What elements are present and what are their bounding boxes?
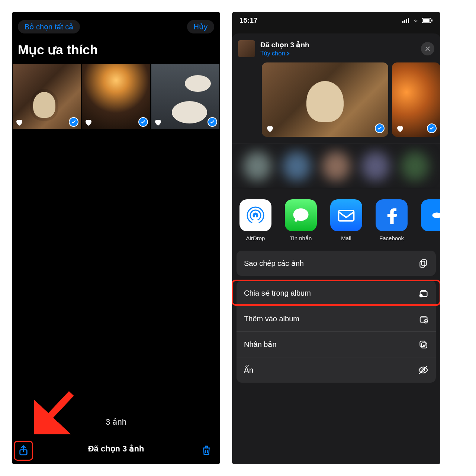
app-label: Mail: [330, 235, 362, 241]
status-bar: 15:17: [232, 12, 440, 28]
wifi-icon: [412, 18, 419, 23]
svg-rect-3: [404, 20, 405, 23]
svg-rect-2: [402, 21, 403, 23]
checkmark-icon: [138, 117, 148, 127]
mail-icon: [330, 199, 362, 231]
arrow-pointer-icon: [34, 390, 79, 434]
top-actions: Bỏ chọn tất cả Hủy: [12, 12, 220, 36]
sheet-header: Đã chọn 3 ảnh Tùy chọn: [232, 33, 440, 62]
more-app-icon: [421, 199, 440, 231]
app-label: Tin nhắn: [285, 235, 317, 242]
airdrop-icon: [239, 199, 271, 231]
cancel-button[interactable]: Hủy: [187, 20, 214, 33]
duplicate-icon: [418, 339, 428, 350]
shared-album-icon: [418, 288, 428, 298]
svg-rect-15: [420, 261, 425, 267]
app-airdrop[interactable]: AirDrop: [239, 199, 271, 242]
delete-button[interactable]: [199, 443, 213, 457]
status-icons: [402, 18, 433, 23]
copy-icon: [418, 258, 428, 268]
app-more[interactable]: [421, 199, 440, 242]
contacts-row[interactable]: [232, 144, 440, 188]
deselect-all-button[interactable]: Bỏ chọn tất cả: [18, 20, 80, 33]
checkmark-icon: [427, 123, 437, 133]
svg-rect-14: [422, 260, 427, 266]
sheet-thumbnail: [238, 40, 255, 57]
svg-rect-4: [406, 19, 407, 23]
action-add-to-album[interactable]: Thêm vào album: [237, 306, 436, 332]
svg-point-18: [421, 295, 422, 296]
photo-grid: [12, 64, 220, 129]
photo-thumbnail[interactable]: [151, 64, 219, 129]
app-label: AirDrop: [239, 235, 271, 241]
app-facebook[interactable]: Facebook: [376, 199, 408, 242]
page-title: Mục ưa thích: [12, 36, 220, 64]
share-button[interactable]: [16, 443, 30, 457]
action-duplicate[interactable]: Nhân bản: [237, 332, 436, 357]
close-button[interactable]: [421, 42, 434, 55]
apps-row: AirDrop Tin nhắn Mail Facebook: [232, 188, 440, 251]
share-sheet-screen: 15:17 Đã chọn 3 ảnh Tùy chọn: [232, 12, 440, 464]
heart-icon: [154, 118, 163, 127]
actions-list: Sao chép các ảnh Chia sẻ trong album Thê…: [232, 251, 440, 383]
photo-count-label: 3 ảnh: [18, 417, 214, 427]
facebook-icon: [376, 199, 408, 231]
svg-rect-13: [338, 210, 354, 221]
checkmark-icon: [69, 117, 78, 127]
svg-rect-8: [431, 19, 432, 22]
chevron-right-icon: [286, 51, 290, 56]
action-hide[interactable]: Ẩn: [237, 357, 436, 383]
preview-photo[interactable]: [392, 62, 440, 137]
heart-icon: [396, 124, 405, 133]
app-mail[interactable]: Mail: [330, 199, 362, 242]
selected-count-label: Đã chọn 3 ảnh: [18, 444, 214, 454]
checkmark-icon: [375, 123, 385, 133]
app-messages[interactable]: Tin nhắn: [285, 199, 317, 242]
svg-rect-5: [408, 18, 409, 23]
preview-row: [232, 62, 440, 137]
cellular-icon: [402, 18, 410, 23]
checkmark-icon: [208, 117, 217, 127]
photo-thumbnail[interactable]: [82, 64, 150, 129]
close-icon: [424, 45, 431, 52]
photo-thumbnail[interactable]: [13, 64, 81, 129]
heart-icon: [15, 118, 24, 127]
heart-icon: [84, 118, 93, 127]
options-link[interactable]: Tùy chọn: [260, 50, 309, 57]
battery-icon: [422, 18, 433, 23]
svg-rect-7: [423, 19, 430, 22]
share-sheet: Đã chọn 3 ảnh Tùy chọn: [232, 33, 440, 464]
sheet-title: Đã chọn 3 ảnh: [260, 41, 309, 49]
action-share-in-album[interactable]: Chia sẻ trong album: [237, 280, 436, 306]
hide-icon: [418, 365, 428, 375]
messages-icon: [285, 199, 317, 231]
status-time: 15:17: [239, 16, 258, 25]
preview-photo[interactable]: [262, 62, 388, 137]
photos-selection-screen: Bỏ chọn tất cả Hủy Mục ưa thích: [12, 12, 220, 464]
bottom-toolbar: 3 ảnh Đã chọn 3 ảnh: [12, 417, 220, 464]
heart-icon: [266, 124, 274, 133]
app-label: Facebook: [376, 235, 408, 241]
action-copy-photos[interactable]: Sao chép các ảnh: [237, 251, 436, 276]
add-album-icon: [418, 313, 428, 324]
